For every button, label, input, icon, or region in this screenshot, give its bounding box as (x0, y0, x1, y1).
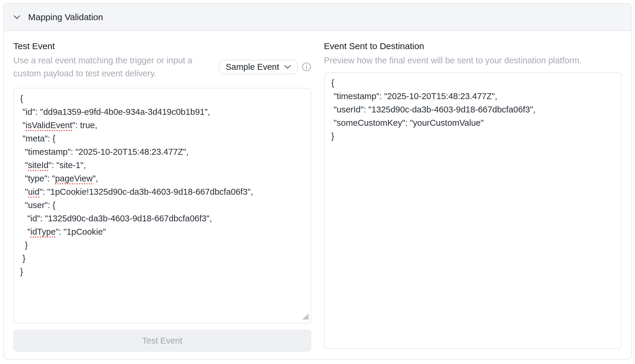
test-event-json-editor[interactable]: { "id": "dd9a1359-e9fd-4b0e-934a-3d419c0… (13, 88, 311, 323)
info-icon[interactable] (302, 62, 311, 72)
test-event-title: Test Event (13, 41, 311, 52)
destination-description: Preview how the final event will be sent… (324, 54, 622, 67)
panel-title: Mapping Validation (28, 12, 103, 22)
test-event-button[interactable]: Test Event (13, 330, 311, 352)
mapping-validation-accordion-header[interactable]: Mapping Validation (4, 4, 631, 31)
resize-handle-icon[interactable] (302, 313, 309, 321)
test-event-description: Use a real event matching the trigger or… (13, 54, 193, 80)
destination-section: Event Sent to Destination Preview how th… (324, 41, 622, 352)
mapping-validation-panel: Mapping Validation Test Event Use a real… (3, 3, 632, 360)
destination-json-text: { "timestamp": "2025-10-20T15:48:23.477Z… (331, 76, 615, 143)
destination-title: Event Sent to Destination (324, 41, 622, 52)
test-event-json-text[interactable]: { "id": "dd9a1359-e9fd-4b0e-934a-3d419c0… (20, 92, 304, 278)
test-event-section: Test Event Use a real event matching the… (13, 41, 311, 352)
chevron-down-icon (284, 65, 291, 69)
sample-event-label: Sample Event (226, 62, 279, 72)
chevron-down-icon[interactable] (13, 15, 20, 20)
sample-event-dropdown[interactable]: Sample Event (219, 60, 298, 74)
panel-content: Test Event Use a real event matching the… (4, 31, 631, 360)
test-event-subheader: Use a real event matching the trigger or… (13, 54, 311, 80)
destination-json-preview: { "timestamp": "2025-10-20T15:48:23.477Z… (324, 72, 622, 349)
